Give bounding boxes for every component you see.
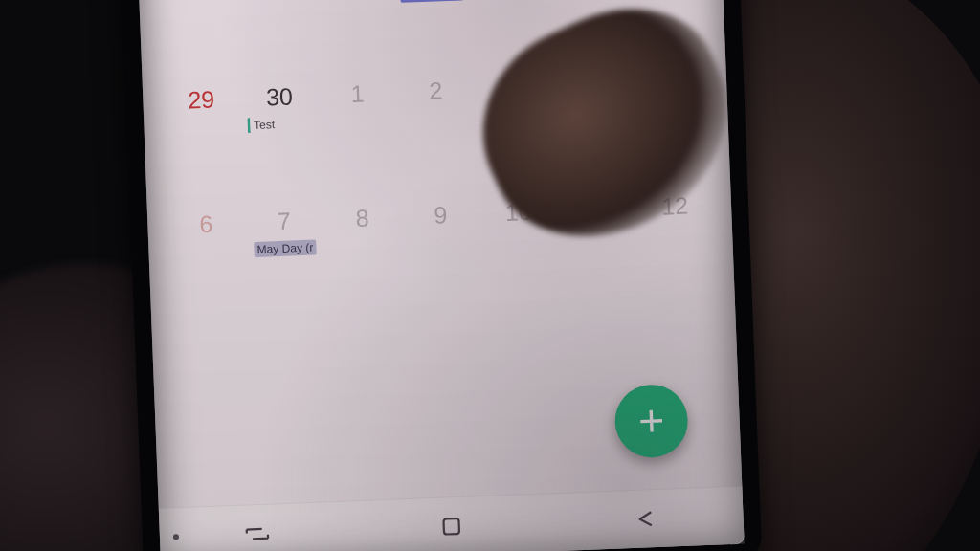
calendar-cell[interactable]: 2 bbox=[396, 77, 476, 104]
calendar-cell[interactable]: 1 bbox=[318, 80, 397, 107]
home-icon bbox=[437, 516, 465, 538]
calendar-cell[interactable]: 29 bbox=[162, 86, 241, 113]
calendar-cell[interactable]: 8 bbox=[323, 205, 402, 231]
day-number: 8 bbox=[355, 206, 369, 231]
day-number: 6 bbox=[199, 212, 213, 237]
calendar-cell[interactable]: 30Test bbox=[240, 83, 321, 133]
day-number: 7 bbox=[278, 209, 292, 234]
day-number: 9 bbox=[434, 203, 448, 228]
back-icon bbox=[632, 508, 659, 530]
recent-apps-button[interactable] bbox=[243, 523, 271, 545]
day-number: 1 bbox=[350, 81, 365, 106]
calendar-cell[interactable]: 7May Day (r bbox=[245, 208, 325, 257]
back-button[interactable] bbox=[632, 508, 659, 530]
svg-rect-0 bbox=[443, 518, 459, 535]
day-number: 29 bbox=[188, 87, 215, 112]
calendar-cell[interactable]: 25ANZAC Da bbox=[391, 0, 472, 3]
day-number: 2 bbox=[429, 78, 443, 103]
event-badge: Test bbox=[247, 117, 278, 133]
calendar-cell[interactable]: 9 bbox=[401, 202, 480, 229]
nav-grabber-dot bbox=[173, 534, 179, 540]
event-badge: May Day (r bbox=[254, 240, 316, 257]
plus-icon bbox=[635, 405, 668, 438]
calendar-cell[interactable]: 6 bbox=[167, 210, 246, 237]
event-badge: ANZAC Da bbox=[400, 0, 463, 3]
recent-apps-icon bbox=[243, 523, 271, 545]
home-button[interactable] bbox=[437, 516, 465, 538]
day-number: 30 bbox=[266, 84, 294, 109]
